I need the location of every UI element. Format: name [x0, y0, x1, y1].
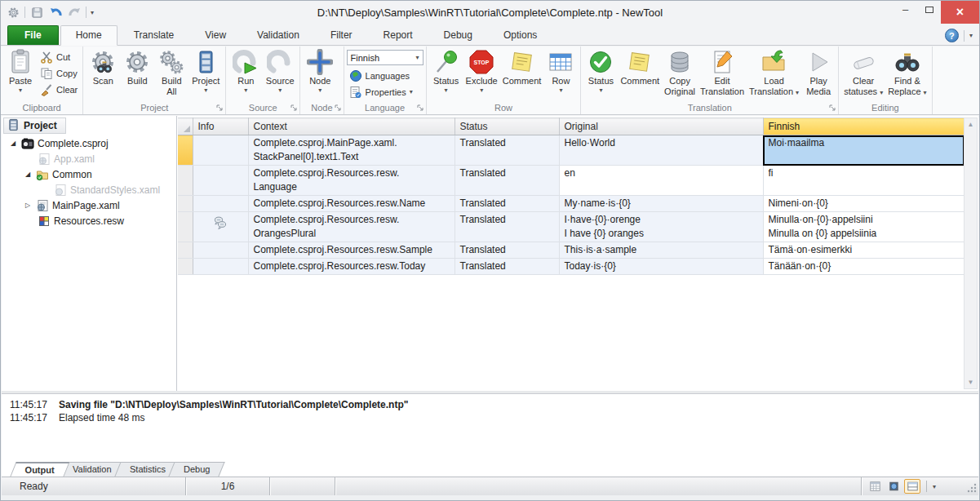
translation-comment-button[interactable]: Comment	[618, 47, 662, 86]
translation-cell-selected[interactable]: Moi·maailma	[763, 135, 964, 166]
properties-button[interactable]: Properties ▾	[347, 84, 423, 100]
status-cell[interactable]: Translated	[455, 166, 559, 196]
dialog-launcher-icon[interactable]	[335, 103, 341, 113]
tree-item-common[interactable]: ◢ Common	[2, 166, 176, 182]
dialog-launcher-icon[interactable]	[829, 103, 836, 113]
row-comment-button[interactable]: Comment	[500, 47, 544, 86]
info-cell[interactable]	[193, 135, 248, 166]
status-cell[interactable]: Translated	[455, 212, 559, 242]
translation-cell[interactable]: Tänään·on·{0}	[763, 259, 964, 275]
scroll-up-icon[interactable]: ▲	[968, 118, 974, 131]
load-translation-button[interactable]: Load Translation ▾	[747, 47, 801, 97]
column-header-status[interactable]: Status	[455, 118, 559, 135]
clear-statuses-button[interactable]: Clear statuses ▾	[841, 47, 885, 97]
row-indicator[interactable]	[178, 259, 193, 275]
tab-home[interactable]: Home	[60, 25, 118, 46]
status-cell[interactable]: Translated	[455, 242, 559, 259]
row-indicator[interactable]	[178, 196, 193, 212]
row-indicator[interactable]	[178, 166, 193, 196]
select-all-corner[interactable]	[178, 118, 193, 135]
tab-debug[interactable]: Debug	[429, 26, 487, 45]
tab-report[interactable]: Report	[369, 26, 428, 45]
tab-filter[interactable]: Filter	[316, 26, 367, 45]
tree-item-app-xaml[interactable]: App.xaml	[2, 151, 176, 166]
tab-options[interactable]: Options	[489, 26, 552, 45]
resize-grip[interactable]	[967, 483, 977, 493]
node-button[interactable]: Node ▾	[303, 47, 337, 94]
project-button[interactable]: Project ▾	[188, 47, 223, 94]
original-cell[interactable]: Hello·World	[559, 135, 763, 166]
paste-button[interactable]: Paste ▾	[3, 47, 38, 94]
info-cell[interactable]	[193, 212, 248, 242]
build-button[interactable]: Build	[120, 47, 154, 86]
original-cell[interactable]: I·have·{0}·orenge I have {0} oranges	[559, 212, 763, 242]
tree-item-mainpage-xaml[interactable]: ▷ MainPage.xaml	[2, 197, 176, 213]
source-button[interactable]: Source ▾	[263, 47, 297, 94]
info-cell[interactable]	[193, 166, 248, 196]
languages-button[interactable]: Languages	[347, 68, 423, 83]
dialog-launcher-icon[interactable]	[417, 103, 423, 113]
context-cell[interactable]: Complete.csproj.MainPage.xaml. StackPane…	[248, 135, 455, 166]
clear-button[interactable]: Clear	[38, 82, 80, 97]
copy-original-button[interactable]: Copy Original	[662, 47, 698, 97]
play-media-button[interactable]: Play Media	[801, 47, 836, 97]
row-indicator[interactable]	[178, 212, 193, 242]
column-header-original[interactable]: Original	[559, 118, 763, 135]
grid-view-icon[interactable]	[867, 479, 883, 494]
context-cell[interactable]: Complete.csproj.Resources.resw.Today	[248, 259, 455, 275]
tab-debug-panel[interactable]: Debug	[168, 462, 225, 477]
cut-button[interactable]: Cut	[38, 49, 80, 64]
find-replace-button[interactable]: Find & Replace ▾	[885, 47, 929, 97]
column-header-info[interactable]: Info	[193, 118, 248, 135]
media-view-icon[interactable]	[885, 479, 902, 494]
context-cell[interactable]: Complete.csproj.Resources.resw. OrangesP…	[248, 212, 455, 242]
scroll-down-icon[interactable]: ▼	[968, 376, 974, 388]
context-cell[interactable]: Complete.csproj.Resources.resw. Language	[248, 166, 455, 196]
project-panel-header[interactable]: Project	[3, 117, 66, 134]
tab-file[interactable]: File	[7, 25, 59, 45]
status-cell[interactable]: Translated	[455, 135, 559, 166]
statusbar-more-icon[interactable]: ▾	[933, 483, 936, 490]
build-all-button[interactable]: Build All	[154, 47, 188, 97]
original-cell[interactable]: en	[559, 166, 763, 196]
close-button[interactable]: ×	[941, 1, 979, 24]
tab-view[interactable]: View	[190, 26, 241, 45]
tree-item-standardstyles-xaml[interactable]: StandardStyles.xaml	[2, 182, 176, 197]
original-cell[interactable]: This·is·a·sample	[559, 242, 763, 259]
copy-button[interactable]: Copy	[38, 65, 80, 81]
vertical-scrollbar[interactable]: ▲ ▼	[964, 117, 978, 389]
tab-output[interactable]: Output	[10, 462, 69, 477]
column-header-context[interactable]: Context	[248, 118, 455, 135]
scan-button[interactable]: Scan	[86, 47, 120, 86]
expanded-arrow-icon[interactable]: ◢	[8, 140, 18, 147]
tab-validation[interactable]: Validation	[242, 26, 314, 45]
column-header-finnish[interactable]: Finnish	[763, 118, 964, 135]
minimize-button[interactable]: –	[894, 1, 917, 18]
row-status-button[interactable]: Status ▾	[429, 47, 463, 94]
translation-cell[interactable]: Minulla·on·{0}·appelsiini Minulla on {0}…	[763, 212, 964, 242]
translation-cell[interactable]: Tämä·on·esimerkki	[763, 242, 964, 259]
tree-item-complete-csproj[interactable]: ◢ Complete.csproj	[2, 135, 176, 151]
translation-cell[interactable]: Nimeni·on·{0}	[763, 196, 964, 212]
row-button[interactable]: Row ▾	[543, 47, 578, 94]
run-button[interactable]: Run ▾	[228, 47, 263, 94]
info-cell[interactable]	[193, 196, 248, 212]
tree-item-resources-resw[interactable]: Resources.resw	[2, 213, 176, 228]
tab-translate[interactable]: Translate	[119, 26, 189, 45]
dialog-launcher-icon[interactable]	[216, 103, 223, 113]
collapsed-arrow-icon[interactable]: ▷	[23, 202, 33, 209]
status-cell[interactable]: Translated	[455, 259, 559, 275]
context-cell[interactable]: Complete.csproj.Resources.resw.Name	[248, 196, 455, 212]
original-cell[interactable]: My·name·is·{0}	[559, 196, 763, 212]
language-combobox[interactable]: Finnish ▾	[347, 50, 423, 65]
expanded-arrow-icon[interactable]: ◢	[23, 171, 33, 178]
ribbon-collapse-icon[interactable]: ▾	[969, 32, 973, 39]
info-cell[interactable]	[193, 242, 248, 259]
help-icon[interactable]: ?	[945, 29, 959, 42]
translation-status-button[interactable]: Status ▾	[583, 47, 618, 94]
row-indicator[interactable]	[178, 242, 193, 259]
original-cell[interactable]: Today·is·{0}	[559, 259, 763, 275]
context-cell[interactable]: Complete.csproj.Resources.resw.Sample	[248, 242, 455, 259]
status-cell[interactable]: Translated	[455, 196, 559, 212]
info-cell[interactable]	[193, 259, 248, 275]
